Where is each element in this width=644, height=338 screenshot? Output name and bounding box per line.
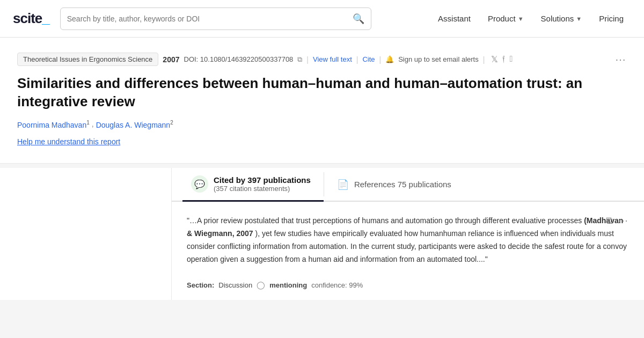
main-content: Theoretical Issues in Ergonomics Science… [0,38,644,300]
citation-quote: ⧉ ⋯ "…A prior review postulated that tru… [172,202,644,281]
cited-by-icon: 💬 [191,175,208,193]
quote-copy-icon[interactable]: ⧉ [606,215,613,226]
article-title: Similarities and differences between hum… [17,75,627,111]
quote-text-before: "…A prior review postulated that trust p… [187,216,584,225]
help-link[interactable]: Help me understand this report [17,137,120,146]
chevron-down-icon: ▼ [576,16,582,22]
author-link-1[interactable]: Poornima Madhavan1 [17,120,90,129]
article-doi: DOI: 10.1080/14639220500337708 [184,55,294,63]
twitter-icon[interactable]: 𝕏 [491,54,498,64]
author-superscript-2: 2 [170,120,173,126]
main-nav: Assistant Product ▼ Solutions ▼ Pricing [430,10,631,27]
confidence-text: confidence: 99% [311,281,363,289]
tab-cited-content: Cited by 397 publications (357 citation … [214,175,311,193]
linkedin-icon[interactable]: 𝕑 [509,54,513,64]
citation-footer: Section: Discussion ◯ mentioning confide… [172,281,644,300]
tab-cited-by[interactable]: 💬 Cited by 397 publications (357 citatio… [182,168,324,202]
search-bar[interactable]: 🔍 [60,8,371,30]
nav-item-product[interactable]: Product ▼ [480,10,531,27]
authors: Poornima Madhavan1 , Douglas A. Wiegmann… [17,120,627,129]
copy-icon[interactable]: ⧉ [297,55,302,64]
cite-link[interactable]: Cite [362,55,375,63]
nav-item-solutions[interactable]: Solutions ▼ [533,10,590,27]
references-icon: 📄 [337,179,349,190]
section-value: Discussion [218,281,252,289]
nav-label-assistant: Assistant [438,14,471,23]
article-card: Theoretical Issues in Ergonomics Science… [0,38,644,164]
separator: | [379,55,382,64]
right-content: 💬 Cited by 397 publications (357 citatio… [172,168,644,300]
author-superscript-1: 1 [86,120,90,126]
content-layout: 💬 Cited by 397 publications (357 citatio… [0,168,644,300]
bell-icon: 🔔 [385,55,394,63]
author-name-2: Douglas A. Wiegmann [96,120,171,129]
quote-text-after: ), yet few studies have empirically eval… [187,229,627,263]
search-input[interactable] [67,14,353,23]
author-name-1: Poornima Madhavan [17,120,86,129]
separator: | [306,55,309,64]
header: scite_ 🔍 Assistant Product ▼ Solutions ▼… [0,0,644,38]
tab-references[interactable]: 📄 References 75 publications [324,168,464,201]
section-label: Section: [187,281,214,289]
tab-cited-sub: (357 citation statements) [214,185,311,193]
article-meta: Theoretical Issues in Ergonomics Science… [17,53,627,66]
social-icons: 𝕏 𝔣 𝕑 [491,54,513,64]
author-separator: , [92,120,94,129]
author-link-2[interactable]: Douglas A. Wiegmann2 [96,120,173,129]
view-full-text-link[interactable]: View full text [313,55,352,63]
nav-item-assistant[interactable]: Assistant [430,10,478,27]
tab-refs-label: References 75 publications [354,180,451,189]
quote-actions: ⧉ ⋯ [606,215,629,226]
article-year: 2007 [163,55,179,64]
nav-item-pricing[interactable]: Pricing [591,10,631,27]
citations-tabs: 💬 Cited by 397 publications (357 citatio… [172,168,644,202]
facebook-icon[interactable]: 𝔣 [502,54,505,64]
nav-label-product: Product [488,14,516,23]
chevron-down-icon: ▼ [518,16,524,22]
nav-label-solutions: Solutions [541,14,574,23]
tab-cited-main: Cited by 397 publications [214,175,311,185]
logo[interactable]: scite_ [13,10,49,27]
more-menu-icon[interactable]: ⋯ [615,53,627,66]
left-sidebar [0,168,172,300]
alert-text: Sign up to set email alerts [398,55,479,63]
nav-label-pricing: Pricing [599,14,624,23]
separator: | [356,55,358,64]
check-circle-icon: ◯ [257,281,265,289]
citations-section: 💬 Cited by 397 publications (357 citatio… [0,168,644,300]
mentioning-badge: mentioning [269,281,307,289]
separator: | [483,55,485,64]
search-icon[interactable]: 🔍 [353,13,364,25]
quote-more-icon[interactable]: ⋯ [618,215,629,226]
quote-text: "…A prior review postulated that trust p… [187,215,629,266]
journal-badge: Theoretical Issues in Ergonomics Science [17,53,158,66]
